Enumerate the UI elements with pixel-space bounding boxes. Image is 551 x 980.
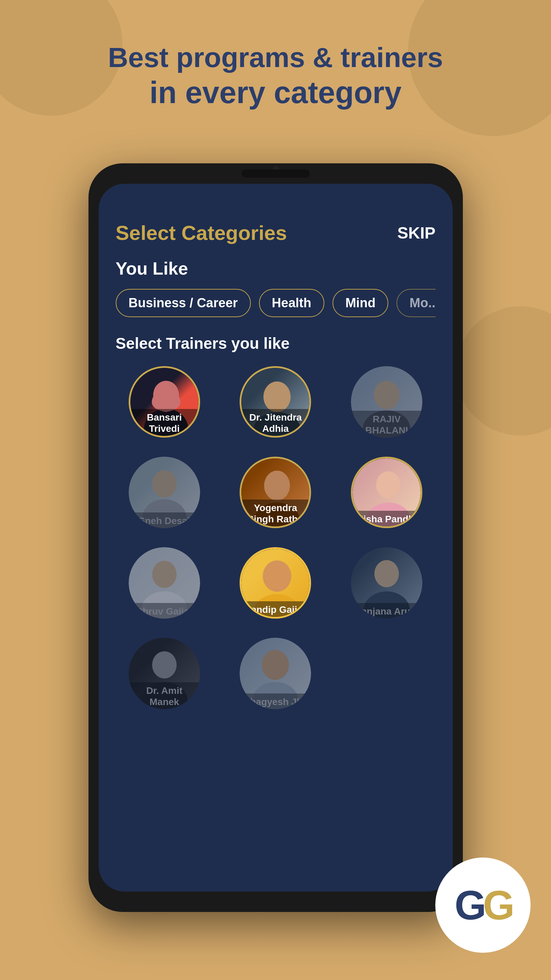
svg-point-15	[376, 471, 401, 498]
phone-screen: Select Categories SKIP You Like Business…	[99, 184, 453, 891]
trainer-sanjana-name-overlay: Sanjana Aru...	[351, 603, 422, 619]
trainer-sneh-name-overlay: Sneh Desai	[129, 512, 200, 528]
phone-shell: Select Categories SKIP You Like Business…	[89, 163, 463, 912]
header-line1: Best programs & trainers	[0, 41, 551, 74]
trainers-grid: BansariTrivedi	[116, 366, 436, 714]
select-categories-title: Select Categories	[116, 221, 287, 245]
skip-button[interactable]: SKIP	[397, 224, 435, 242]
trainer-bhagyesh[interactable]: Bhagyesh Jha	[227, 638, 324, 714]
trainer-yogendra[interactable]: YogendraSingh Ratho	[227, 457, 324, 533]
trainer-dhruv-name-overlay: Dhruv Gajjar	[129, 603, 200, 619]
trainer-sanjana[interactable]: Sanjana Aru...	[338, 547, 436, 624]
bg-decoration-mid-right	[456, 306, 551, 436]
svg-point-18	[152, 561, 177, 588]
phone-device: Select Categories SKIP You Like Business…	[89, 163, 463, 912]
phone-top-bar	[242, 169, 310, 178]
category-health[interactable]: Health	[259, 289, 324, 317]
gg-logo: GG	[435, 858, 530, 953]
trainer-bansari[interactable]: BansariTrivedi	[116, 366, 213, 443]
svg-point-9	[152, 470, 177, 498]
trainer-dhruv[interactable]: Dhruv Gajjar	[116, 547, 213, 624]
trainer-bhagyesh-name-overlay: Bhagyesh Jha	[240, 694, 311, 709]
trainer-nisha[interactable]: Nisha Pandhi	[338, 457, 436, 533]
svg-point-3	[263, 382, 291, 412]
screen-content: Select Categories SKIP You Like Business…	[99, 204, 453, 891]
trainer-bansari-name-overlay: BansariTrivedi	[131, 409, 198, 436]
trainer-nisha-name-overlay: Nisha Pandhi	[353, 511, 420, 527]
svg-point-6	[374, 381, 400, 409]
trainer-yogendra-name-overlay: YogendraSingh Ratho	[241, 500, 309, 527]
svg-point-21	[263, 560, 291, 592]
svg-point-12	[264, 471, 290, 501]
gg-logo-g1: G	[455, 882, 483, 928]
trainer-dramit-name-overlay: Dr. AmitManek	[129, 682, 200, 709]
select-trainers-label: Select Trainers you like	[116, 334, 436, 353]
select-categories-header: Select Categories SKIP	[116, 221, 436, 245]
categories-row: Business / Career Health Mind Mo...	[116, 289, 436, 317]
header-line2: in every category	[0, 74, 551, 111]
trainer-sneh[interactable]: Sneh Desai	[116, 457, 213, 533]
trainer-jitendra-name-overlay: Dr. JitendraAdhia	[241, 409, 309, 436]
category-more[interactable]: Mo...	[397, 289, 435, 317]
category-mind[interactable]: Mind	[333, 289, 389, 317]
trainer-rajiv[interactable]: RAJIVBHALANI	[338, 366, 436, 443]
trainer-sandip-name-overlay: Sandip Gajjar	[241, 601, 309, 617]
trainer-dramit[interactable]: Dr. AmitManek	[116, 638, 213, 714]
gg-logo-g2: G	[483, 882, 511, 928]
you-like-label: You Like	[116, 258, 436, 279]
svg-point-27	[152, 651, 177, 679]
trainer-sandip[interactable]: Sandip Gajjar	[227, 547, 324, 624]
header-section: Best programs & trainers in every catego…	[0, 41, 551, 111]
category-business-career[interactable]: Business / Career	[116, 289, 251, 317]
svg-point-24	[374, 560, 399, 587]
svg-point-30	[262, 650, 289, 680]
trainer-jitendra[interactable]: Dr. JitendraAdhia	[227, 366, 324, 443]
trainer-rajiv-name-overlay: RAJIVBHALANI	[351, 411, 422, 438]
